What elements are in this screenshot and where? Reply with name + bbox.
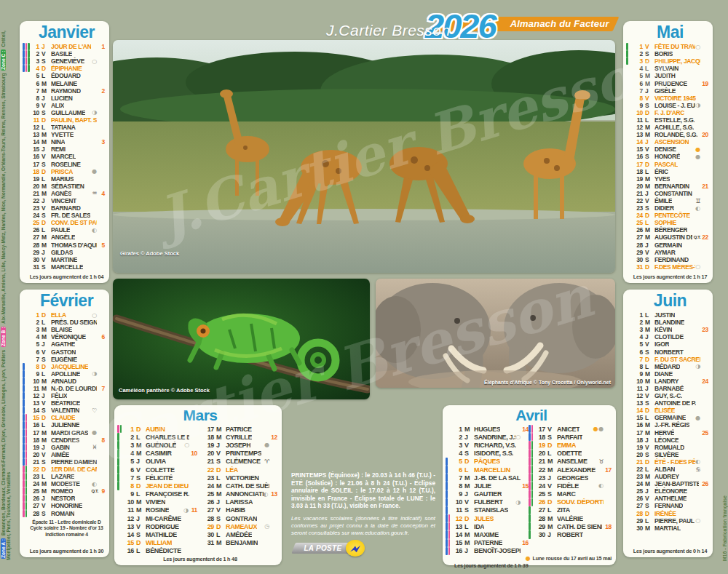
calendar-day-row: 19 M YVES (632, 175, 708, 183)
saint-name: GERMAINE (654, 414, 686, 421)
calendar-day-row: 18 M CENDRES 8 (28, 437, 105, 444)
zone-b-badge: Zone B : (1, 327, 6, 347)
holiday-bars (117, 458, 119, 466)
day-number: 21 (632, 458, 643, 466)
day-number: 12 (123, 515, 134, 522)
saint-name: JOUR DE L'AN (51, 43, 91, 50)
seasons-eclipses-text: PRINTEMPS (Équinoxe) : le 20.03 à 14 h 4… (291, 471, 435, 510)
calendar-day-row: 20 V AIMÉE (28, 451, 105, 458)
saint-name: BENOÎT-JOSEPH (474, 547, 521, 554)
calendar-day-row: 10 S GUILLAUME ◑ (28, 109, 105, 116)
holiday-bars (23, 502, 27, 509)
zone-b-holiday-bar (529, 425, 531, 433)
weekday-letter: D (545, 498, 557, 506)
day-number: 17 (28, 161, 39, 168)
calendar-panel-avril: Avril 1 M HUGUES 14 (443, 405, 616, 565)
saint-name: PATRICE (226, 426, 252, 433)
day-number: 24 (632, 212, 643, 219)
weekday-letter: D (134, 482, 146, 490)
day-number: 27 (203, 506, 214, 514)
saint-name: IDA (474, 523, 484, 530)
saint-name: ROSINE (146, 506, 169, 514)
weekday-letter: M (39, 87, 51, 95)
day-number: 4 (632, 333, 643, 340)
week-number: 1 (100, 43, 105, 50)
weekday-letter: M (643, 183, 654, 190)
zone-p-holiday-bar (529, 441, 531, 449)
calendar-day-row: 10 M LANDRY 24 (632, 378, 708, 385)
weekday-letter: L (545, 506, 557, 514)
saint-name: RAYMOND (51, 87, 81, 95)
calendar-day-row: 26 L PAULE ◐ (28, 226, 105, 234)
calendar-day-row: 18 M CYRILLE 12 (203, 433, 277, 441)
saint-name: PRUDENCE (654, 80, 687, 87)
saint-name: MARIUS (51, 175, 74, 183)
week-number: 8 (100, 437, 105, 444)
holiday-bars (446, 539, 450, 547)
calendar-day-row: 14 S MATHILDE (123, 530, 197, 538)
saint-name: ODETTE (557, 450, 582, 457)
weekday-letter: M (134, 506, 146, 514)
holiday-bars (117, 425, 122, 433)
zone-b-holiday-bar (23, 444, 25, 451)
saint-name: MARDI GRAS (51, 429, 88, 437)
calendar-day-row: 12 D JULES (451, 514, 529, 522)
day-number: 4 (123, 450, 134, 457)
day-icons: ♓ (92, 444, 97, 450)
saint-name: PARFAIT (557, 434, 582, 441)
calendar-day-row: 3 S GENEVIÈVE ○ (28, 57, 105, 65)
chameleon-photo: Caméléon panthère © Adobe Stock (113, 279, 370, 399)
calendar-day-row: 14 M MAXIME (451, 530, 529, 538)
weekday-letter: D (643, 356, 654, 363)
day-number: 14 (451, 531, 462, 538)
calendar-day-row: 6 M PRUDENCE 19 (632, 79, 708, 87)
holiday-bars (23, 57, 30, 65)
weekday-letter: J (214, 498, 226, 506)
calendar-day-row: 26 J NESTOR (28, 495, 105, 502)
month-footer-mars: Les jours augmentent de 1 h 48 (123, 556, 277, 562)
day-number: 4 (28, 65, 39, 72)
weekday-letter: S (134, 531, 146, 538)
day-number: 18 (632, 437, 643, 444)
saint-name: BÉNÉDICTE (146, 547, 181, 554)
week-number: 16 (522, 539, 529, 546)
zone-p-holiday-bar (25, 414, 28, 421)
day-number: 26 (28, 226, 39, 234)
weekday-letter: J (39, 392, 51, 399)
holiday-bars (117, 482, 119, 490)
saint-name: CHARLES LE BON (146, 434, 189, 441)
weekday-letter: S (462, 450, 474, 457)
days-list-avril-1: 1 M HUGUES 14 2 J SANDRINE, J.S. ○ (451, 425, 529, 555)
calendar-day-row: 4 L SYLVAIN (632, 65, 708, 72)
day-number: 29 (534, 523, 545, 530)
saint-name: CLAUDE (51, 414, 75, 421)
saint-name: BÉRENGER (654, 226, 687, 234)
calendar-day-row: 7 M RAYMOND 2 (28, 87, 105, 95)
moon-last-icon: ◑ (515, 499, 521, 506)
saint-name: GILDAS (51, 249, 73, 256)
weekday-letter: S (39, 458, 51, 466)
zone-g-holiday-bar (25, 480, 28, 487)
saint-name: YVETTE (51, 131, 74, 138)
weekday-letter: L (643, 116, 654, 124)
zone-g-holiday-bar (117, 482, 119, 490)
saint-name: GERMAIN (654, 242, 682, 249)
weekday-letter: M (39, 131, 51, 138)
calendar-day-row: 6 V COLETTE (123, 466, 197, 474)
saint-name: CONSTANTIN (654, 190, 692, 197)
saint-name: LOUISE - J. EUR. (654, 102, 695, 109)
weekday-letter: L (643, 517, 654, 525)
day-number: 16 (28, 153, 39, 160)
weekday-letter: S (643, 451, 654, 458)
zone-g-holiday-bar (117, 466, 119, 474)
saint-name: PASCAL (654, 161, 678, 168)
holiday-bars (23, 378, 25, 385)
calendar-day-row: 11 J BARNABÉ (632, 385, 708, 392)
weekday-letter: L (643, 65, 654, 72)
zone-g-holiday-bar (120, 425, 122, 433)
zone-g-holiday-bar (531, 482, 534, 490)
weekday-letter: L (134, 547, 146, 554)
calendar-day-row: 13 M ROLANDE, S.G. 20 (632, 131, 708, 138)
calendar-day-row: 10 V FULBERT ◑ (451, 498, 529, 506)
saint-name: CENDRES (51, 437, 79, 444)
